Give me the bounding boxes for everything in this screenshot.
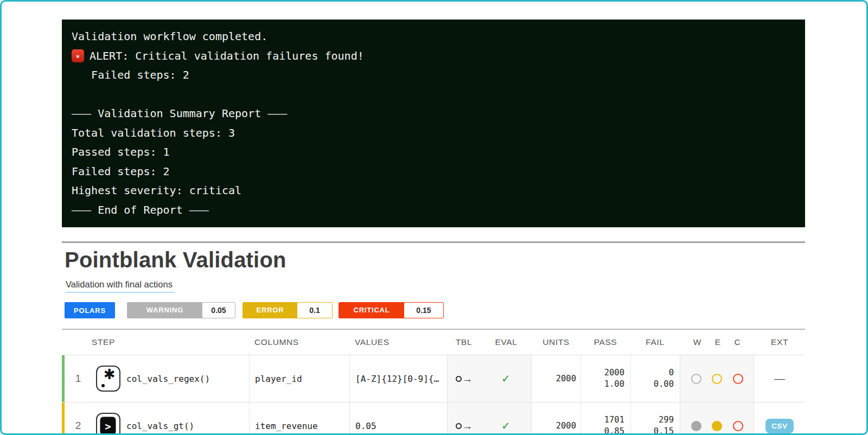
critical-threshold-badge: CRITICAL 0.15 [339,302,444,318]
terminal-line: Validation workflow completed. [72,27,795,47]
values-cell: 0.05 [349,402,447,435]
pass-cell: 2000 1.00 [580,355,630,402]
threshold-badges: POLARS WARNING 0.05 ERROR 0.1 CRITICAL 0… [65,302,805,318]
step-name: col_vals_gt() [124,402,249,435]
header-ext: EXT [754,330,805,355]
terminal-line: Failed steps: 2 [72,162,795,182]
csv-download-button[interactable]: CSV [765,419,793,433]
header-tbl: TBL [447,330,481,355]
eval-check-icon: ✓ [481,355,532,402]
values-cell: [A-Z]{12}[0-9]{… [349,355,447,402]
error-threshold-badge: ERROR 0.1 [242,302,333,318]
warning-value: 0.05 [202,303,235,318]
header-e: E [715,337,721,347]
fail-count: 0 [654,367,674,379]
columns-cell: player_id [249,355,349,402]
terminal-line: Passed steps: 1 [72,143,795,162]
tbl-cell: → [447,402,481,435]
terminal-line: ——— Validation Summary Report ——— [72,104,795,124]
pass-cell: 1701 0.85 [580,402,630,435]
asterisk-glyph: ✱ [104,367,116,381]
validation-report: Pointblank Validation Validation with fi… [62,241,805,435]
gt-glyph: > [100,417,116,435]
header-units: UNITS [532,330,580,355]
terminal-text: Highest severity: critical [72,181,241,201]
step-icon-cell: > [92,402,124,435]
header-step: STEP [65,330,249,355]
warning-circle-icon [691,421,701,431]
terminal-text: Validation workflow completed. [72,27,267,47]
terminal-line [72,85,795,105]
regex-icon: ✱ [96,366,120,392]
units-cell: 2000 [532,355,580,402]
critical-circle-icon [733,421,743,431]
critical-circle-icon [733,374,743,384]
step-number: 2 [65,402,92,435]
tbl-cell: → [447,355,481,402]
warning-circle-icon [691,374,701,384]
pass-count: 1701 [604,414,624,426]
table-row-1: 1 ✱ col_vals_regex() player_id [A-Z]{12}… [62,355,805,402]
header-columns: COLUMNS [249,330,349,355]
fail-cell: 0 0.00 [630,355,680,402]
severity-indicators [680,402,754,435]
warning-label: WARNING [127,303,202,318]
source-badge-polars: POLARS [65,302,115,318]
eval-check-icon: ✓ [481,402,532,435]
warning-threshold-badge: WARNING 0.05 [127,302,235,318]
pass-fraction: 1.00 [604,379,624,390]
fail-fraction: 0.00 [654,379,674,390]
terminal-line: Highest severity: critical [72,181,795,201]
terminal-text: Failed steps: 2 [72,162,170,182]
validation-table: STEP COLUMNS VALUES TBL EVAL UNITS PASS … [62,329,805,435]
header-wec: W E C [680,330,754,355]
error-circle-icon [712,374,722,384]
step-name: col_vals_regex() [124,355,249,402]
columns-cell: item_revenue [249,402,349,435]
table-header-row: STEP COLUMNS VALUES TBL EVAL UNITS PASS … [62,330,805,355]
header-c: C [734,337,741,347]
step-number: 1 [65,355,92,402]
page-title: Pointblank Validation [65,248,805,272]
header-w: W [693,337,701,347]
table-arrow-icon: → [456,421,473,431]
extract-cell: CSV [754,402,805,435]
table-circle-glyph [456,423,462,429]
table-circle-glyph [456,376,462,382]
pass-fraction: 0.85 [604,426,624,435]
terminal-text: ——— Validation Summary Report ——— [72,104,287,124]
fail-fraction: 0.15 [654,426,674,435]
header-values: VALUES [349,330,447,355]
section-divider [62,241,805,243]
error-label: ERROR [243,303,297,318]
error-value: 0.1 [297,303,332,318]
severity-indicators [680,355,754,402]
page-frame: Validation workflow completed. ✶ALERT: C… [0,0,868,435]
critical-value: 0.15 [404,303,443,318]
terminal-text: ——— End of Report ——— [72,201,209,220]
report-subtitle: Validation with final actions [66,279,175,293]
terminal-line: ——— End of Report ——— [72,201,795,220]
alert-light-icon: ✶ [72,49,84,62]
table-arrow-icon: → [456,374,473,384]
greater-than-icon: > [96,413,120,435]
fail-cell: 299 0.15 [630,402,680,435]
terminal-output: Validation workflow completed. ✶ALERT: C… [62,20,805,227]
arrow-glyph: → [462,374,473,384]
terminal-text: Failed steps: 2 [72,66,189,85]
arrow-glyph: → [462,421,473,431]
fail-count: 299 [654,414,674,426]
critical-label: CRITICAL [339,303,404,318]
terminal-text: ALERT: Critical validation failures foun… [90,47,364,66]
terminal-line: Failed steps: 2 [72,66,795,85]
terminal-text: Total validation steps: 3 [72,124,235,143]
error-circle-icon [712,421,722,431]
step-icon-cell: ✱ [92,355,124,402]
header-pass: PASS [580,330,630,355]
table-row-2: 2 > col_vals_gt() item_revenue 0.05 → [62,402,805,435]
terminal-line: Total validation steps: 3 [72,124,795,143]
header-fail: FAIL [630,330,680,355]
dot-glyph [101,384,105,387]
extract-cell: — [754,355,805,402]
terminal-line-alert: ✶ALERT: Critical validation failures fou… [72,47,795,66]
